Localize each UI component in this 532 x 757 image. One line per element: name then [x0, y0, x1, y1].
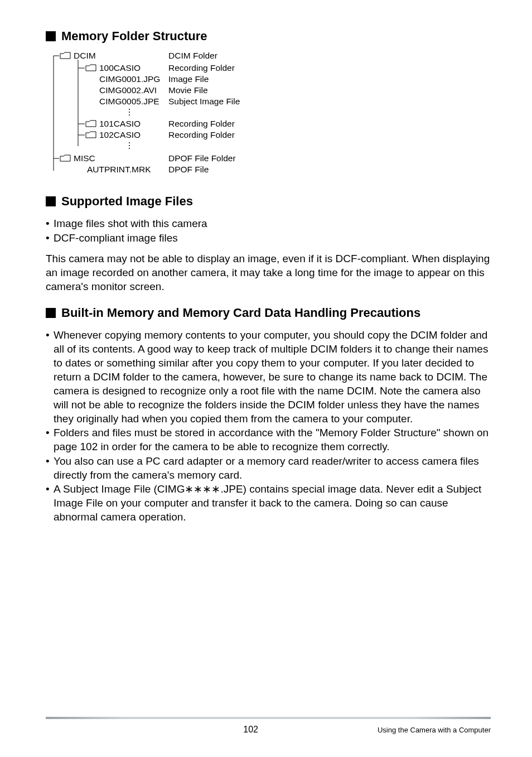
- tree-cimg2-name: CIMG0002.AVI: [99, 85, 157, 95]
- heading-supported-files: Supported Image Files: [46, 194, 491, 209]
- page-number: 102: [46, 725, 268, 735]
- tree-cimg5-name: CIMG0005.JPE: [99, 97, 159, 106]
- svg-point-5: [129, 112, 130, 113]
- footer-section-label: Using the Camera with a Computer: [268, 726, 491, 734]
- tree-dcim-desc: DCIM Folder: [168, 51, 217, 60]
- tree-100-name: 100CASIO: [99, 63, 141, 73]
- list-item: DCF-compliant image files: [46, 231, 491, 245]
- square-bullet-icon: [46, 308, 56, 318]
- footer-divider: [46, 717, 491, 719]
- tree-misc-desc: DPOF File Folder: [168, 153, 236, 163]
- tree-cimg1-desc: Image File: [168, 74, 209, 84]
- list-item: A Subject Image File (CIMG∗∗∗∗.JPE) cont…: [46, 482, 491, 524]
- heading-memory-structure: Memory Folder Structure: [46, 29, 491, 44]
- tree-autprint-name: AUTPRINT.MRK: [87, 165, 151, 174]
- tree-cimg5-desc: Subject Image File: [168, 97, 240, 106]
- tree-autprint-desc: DPOF File: [168, 165, 209, 174]
- builtin-list: Whenever copying memory contents to your…: [46, 328, 491, 524]
- item4-prefix: A Subject Image File (CIMG: [54, 483, 185, 495]
- tree-101-desc: Recording Folder: [168, 119, 235, 128]
- supported-list: Image files shot with this camera DCF-co…: [46, 216, 491, 244]
- tree-misc-name: MISC: [74, 153, 95, 163]
- svg-point-10: [129, 145, 130, 146]
- svg-point-9: [129, 142, 130, 143]
- heading-title: Supported Image Files: [61, 194, 193, 209]
- tree-101-name: 101CASIO: [99, 119, 141, 128]
- tree-102-name: 102CASIO: [99, 130, 141, 139]
- list-item: Whenever copying memory contents to your…: [46, 328, 491, 426]
- asterisks: ∗∗∗∗: [185, 483, 220, 495]
- svg-point-4: [129, 109, 130, 110]
- heading-builtin-precautions: Built-in Memory and Memory Card Data Han…: [46, 306, 491, 320]
- square-bullet-icon: [46, 31, 56, 41]
- tree-dcim-name: DCIM: [74, 51, 96, 60]
- tree-102-desc: Recording Folder: [168, 130, 235, 139]
- tree-cimg2-desc: Movie File: [168, 85, 208, 95]
- list-item: Folders and files must be stored in acco…: [46, 426, 491, 454]
- svg-point-11: [129, 148, 130, 149]
- heading-title: Memory Folder Structure: [61, 29, 207, 44]
- folder-tree: DCIM DCIM Folder 100CASIO Recording Fold…: [46, 51, 491, 177]
- list-item: You also can use a PC card adapter or a …: [46, 454, 491, 482]
- tree-100-desc: Recording Folder: [168, 63, 235, 73]
- heading-title: Built-in Memory and Memory Card Data Han…: [61, 306, 420, 320]
- page-footer: 102 Using the Camera with a Computer: [0, 717, 532, 735]
- supported-paragraph: This camera may not be able to display a…: [46, 252, 491, 293]
- svg-point-6: [129, 114, 130, 115]
- square-bullet-icon: [46, 196, 56, 206]
- list-item: Image files shot with this camera: [46, 216, 491, 230]
- tree-cimg1-name: CIMG0001.JPG: [99, 74, 160, 84]
